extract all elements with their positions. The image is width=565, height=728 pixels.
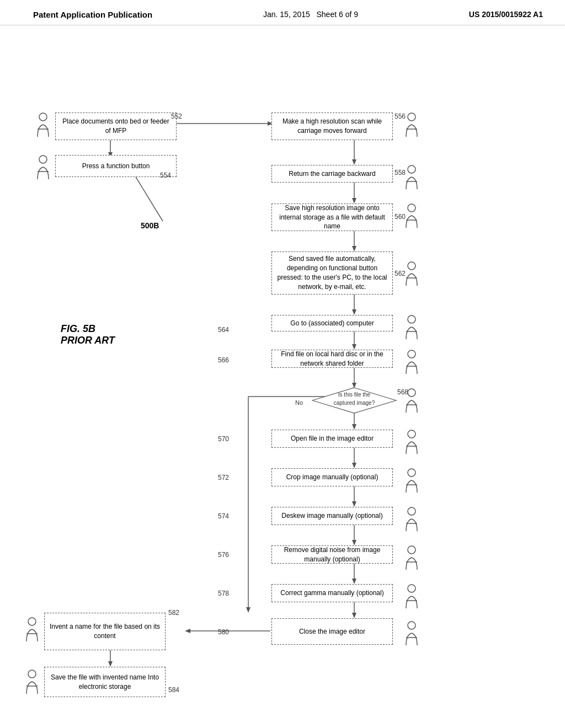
node-570: Open file in the image editor bbox=[271, 430, 393, 448]
label-574: 574 bbox=[218, 512, 229, 520]
node-580: Close the image editor bbox=[271, 618, 393, 645]
node-566: Find file on local hard disc or in the n… bbox=[271, 350, 393, 368]
svg-marker-13 bbox=[352, 344, 356, 350]
header-title: Patent Application Publication bbox=[33, 10, 152, 19]
svg-point-55 bbox=[408, 350, 415, 358]
node-560: Save high resolution image onto internal… bbox=[271, 204, 393, 231]
node-582: Invent a name for the file based on its … bbox=[44, 613, 166, 650]
label-564: 564 bbox=[218, 326, 229, 334]
node-576: Remove digital noise from image manually… bbox=[271, 545, 393, 564]
person-icon-560 bbox=[403, 204, 420, 228]
person-icon-580 bbox=[403, 621, 420, 645]
node-574: Deskew image manually (optional) bbox=[271, 507, 393, 525]
svg-line-36 bbox=[132, 172, 163, 221]
person-icon-568 bbox=[403, 388, 420, 413]
node-568-container: Is this file the captured image? bbox=[312, 387, 397, 416]
svg-marker-5 bbox=[352, 159, 356, 165]
svg-point-67 bbox=[408, 585, 415, 592]
header-sheet: Sheet 6 of 9 bbox=[316, 10, 358, 19]
person-icon-574 bbox=[403, 507, 420, 531]
person-icon-564 bbox=[403, 315, 420, 339]
svg-point-51 bbox=[408, 262, 415, 270]
svg-point-43 bbox=[39, 156, 47, 163]
svg-point-65 bbox=[408, 546, 415, 554]
node-584: Save the file with invented name Into el… bbox=[44, 667, 166, 697]
svg-point-41 bbox=[39, 113, 47, 121]
svg-marker-34 bbox=[108, 661, 113, 667]
label-576: 576 bbox=[218, 551, 229, 559]
label-554: 554 bbox=[160, 172, 171, 179]
node-558: Return the carriage backward bbox=[271, 165, 393, 183]
person-icon-576 bbox=[403, 545, 420, 570]
fig-label: FIG. 5B PRIOR ART bbox=[61, 323, 115, 346]
svg-point-57 bbox=[408, 389, 415, 397]
person-icon-584 bbox=[23, 670, 41, 694]
label-566: 566 bbox=[218, 356, 229, 364]
diamond-568: Is this file the captured image? bbox=[312, 387, 397, 414]
person-icon-562 bbox=[403, 261, 420, 286]
node-564: Go to (associated) computer bbox=[271, 315, 393, 331]
svg-marker-22 bbox=[352, 463, 356, 468]
label-500b: 500B bbox=[141, 221, 159, 230]
person-icon-582 bbox=[23, 617, 41, 641]
node-552: Place documents onto bed or feeder of MF… bbox=[55, 113, 177, 140]
header-meta: Jan. 15, 2015 Sheet 6 of 9 bbox=[263, 10, 358, 19]
svg-point-71 bbox=[28, 618, 36, 625]
svg-marker-26 bbox=[352, 540, 356, 545]
node-556: Make a high resolution scan while carria… bbox=[271, 113, 393, 140]
person-icon-556 bbox=[403, 113, 420, 137]
person-icon-552 bbox=[34, 113, 52, 137]
svg-marker-20 bbox=[246, 607, 250, 613]
svg-point-45 bbox=[408, 113, 415, 121]
person-icon-572 bbox=[403, 468, 420, 493]
person-icon-578 bbox=[403, 584, 420, 608]
svg-marker-30 bbox=[352, 613, 356, 618]
svg-marker-17 bbox=[352, 424, 356, 430]
label-580: 580 bbox=[218, 628, 229, 636]
svg-marker-9 bbox=[352, 246, 356, 251]
node-554: Press a function button bbox=[55, 155, 177, 177]
label-578: 578 bbox=[218, 590, 229, 597]
person-icon-570 bbox=[403, 430, 420, 454]
svg-marker-32 bbox=[185, 629, 190, 633]
svg-marker-11 bbox=[352, 309, 356, 315]
svg-point-47 bbox=[408, 165, 415, 173]
header-date: Jan. 15, 2015 bbox=[263, 10, 310, 19]
svg-point-61 bbox=[408, 469, 415, 477]
label-582: 582 bbox=[168, 609, 179, 617]
svg-marker-28 bbox=[352, 579, 356, 584]
header-patent: US 2015/0015922 A1 bbox=[469, 10, 543, 19]
node-572: Crop image manually (optional) bbox=[271, 468, 393, 486]
label-552: 552 bbox=[171, 113, 182, 120]
svg-text:captured image?: captured image? bbox=[334, 400, 375, 406]
svg-point-73 bbox=[28, 670, 36, 678]
svg-point-53 bbox=[408, 315, 415, 323]
label-572: 572 bbox=[218, 474, 229, 481]
page-header: Patent Application Publication Jan. 15, … bbox=[0, 0, 565, 25]
svg-marker-7 bbox=[352, 198, 356, 204]
svg-point-49 bbox=[408, 204, 415, 212]
person-icon-554 bbox=[34, 155, 52, 179]
label-570: 570 bbox=[218, 435, 229, 443]
svg-text:Is this file the: Is this file the bbox=[338, 392, 371, 398]
svg-marker-24 bbox=[352, 501, 356, 507]
node-578: Correct gamma manually (optional) bbox=[271, 584, 393, 602]
label-584: 584 bbox=[168, 686, 179, 694]
diagram-area: Place documents onto bed or feeder of MF… bbox=[0, 31, 565, 709]
svg-point-59 bbox=[408, 430, 415, 438]
person-icon-558 bbox=[403, 165, 420, 189]
node-562: Send saved file automatically, depending… bbox=[271, 251, 393, 295]
label-no: No bbox=[295, 399, 303, 406]
svg-point-69 bbox=[408, 622, 415, 629]
person-icon-566 bbox=[403, 350, 420, 374]
svg-point-63 bbox=[408, 507, 415, 515]
